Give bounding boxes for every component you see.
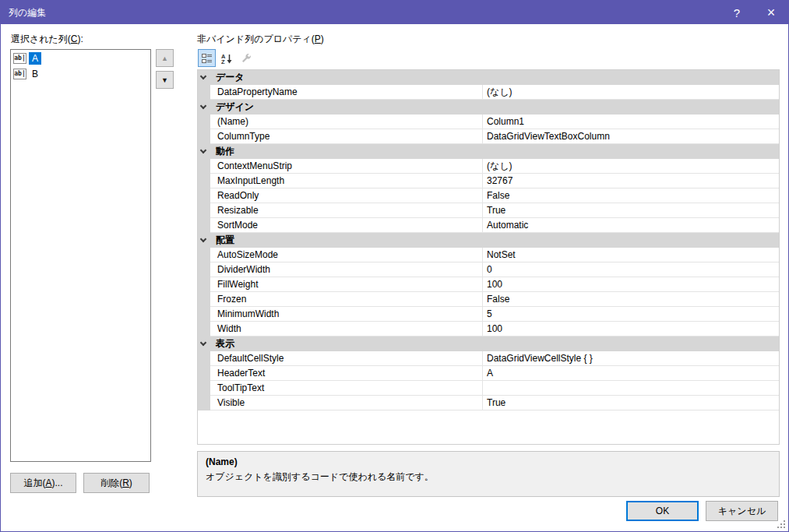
property-row[interactable]: DefaultCellStyleDataGridViewCellStyle { … (198, 351, 779, 366)
property-name-cell[interactable]: HeaderText (210, 366, 482, 381)
property-name-cell[interactable]: Resizable (210, 203, 482, 218)
alphabetical-sort-button[interactable]: A Z (217, 49, 235, 67)
row-strip (198, 396, 210, 410)
property-value-cell[interactable]: False (482, 292, 779, 307)
property-name-cell[interactable]: ReadOnly (210, 188, 482, 203)
category-row[interactable]: デザイン (198, 100, 779, 115)
categorized-view-button[interactable] (198, 49, 216, 67)
category-label: デザイン (210, 100, 254, 115)
property-row[interactable]: ContextMenuStrip(なし) (198, 159, 779, 174)
property-value-cell[interactable]: A (482, 366, 779, 381)
description-text: オブジェクトを識別するコードで使われる名前です。 (206, 470, 771, 484)
property-name-cell[interactable]: DefaultCellStyle (210, 351, 482, 366)
property-name-cell[interactable]: FillWeight (210, 277, 482, 292)
label-text: ): (78, 33, 83, 44)
property-name-cell[interactable]: Visible (210, 396, 482, 410)
category-row[interactable]: データ (198, 70, 779, 85)
property-value-cell[interactable]: 0 (482, 262, 779, 277)
property-value-cell[interactable]: True (482, 396, 779, 410)
property-name-cell[interactable]: DataPropertyName (210, 85, 482, 100)
property-row[interactable]: ToolTipText (198, 381, 779, 396)
property-row[interactable]: VisibleTrue (198, 396, 779, 410)
chevron-down-icon[interactable] (200, 103, 206, 109)
chevron-down-icon[interactable] (200, 147, 206, 153)
unbound-properties-label: 非バインド列のプロパティ(P) (197, 33, 324, 46)
move-down-button[interactable]: ▼ (156, 71, 174, 89)
button-text: )... (52, 477, 63, 488)
help-icon: ? (734, 6, 740, 19)
selected-columns-list[interactable]: ab|Aab|B (10, 49, 151, 462)
category-label: 動作 (210, 144, 234, 159)
property-value-cell[interactable]: Column1 (482, 115, 779, 129)
property-name-cell[interactable]: Width (210, 322, 482, 336)
property-value-cell[interactable] (482, 381, 779, 396)
label-accesskey: C (71, 33, 78, 44)
list-item[interactable]: ab|B (12, 66, 150, 82)
category-row[interactable]: 動作 (198, 144, 779, 159)
selected-columns-label: 選択された列(C): (11, 33, 83, 46)
titlebar[interactable]: 列の編集 ? × (1, 1, 788, 24)
button-text: キャンセル (718, 505, 766, 518)
property-row[interactable]: ReadOnlyFalse (198, 188, 779, 203)
property-name-cell[interactable]: MinimumWidth (210, 307, 482, 322)
property-row[interactable]: DataPropertyName(なし) (198, 85, 779, 100)
property-row[interactable]: MinimumWidth5 (198, 307, 779, 322)
property-row[interactable]: MaxInputLength32767 (198, 174, 779, 188)
property-row[interactable]: DividerWidth0 (198, 262, 779, 277)
button-text: 削除( (100, 477, 122, 490)
chevron-down-icon[interactable] (200, 236, 206, 242)
property-name-cell[interactable]: AutoSizeMode (210, 248, 482, 262)
wrench-icon (241, 53, 252, 64)
add-button[interactable]: 追加(A)... (10, 473, 76, 493)
property-pages-button[interactable] (237, 49, 255, 67)
property-name-cell[interactable]: MaxInputLength (210, 174, 482, 188)
chevron-down-icon[interactable] (200, 73, 206, 79)
property-row[interactable]: ColumnTypeDataGridViewTextBoxColumn (198, 129, 779, 144)
property-value-cell[interactable]: 100 (482, 322, 779, 336)
move-up-button[interactable]: ▲ (156, 49, 174, 67)
property-name-cell[interactable]: (Name) (210, 115, 482, 129)
close-icon: × (767, 5, 776, 21)
property-row[interactable]: (Name)Column1 (198, 115, 779, 129)
property-grid-rows[interactable]: データDataPropertyName(なし)デザイン(Name)Column1… (197, 69, 780, 445)
resize-grip[interactable] (777, 520, 785, 528)
list-item[interactable]: ab|A (12, 51, 150, 66)
property-row[interactable]: Width100 (198, 322, 779, 336)
property-row[interactable]: ResizableTrue (198, 203, 779, 218)
close-button[interactable]: × (754, 1, 788, 24)
ok-button[interactable]: OK (626, 501, 699, 521)
category-row[interactable]: 表示 (198, 336, 779, 351)
property-value-cell[interactable]: 32767 (482, 174, 779, 188)
category-row[interactable]: 配置 (198, 233, 779, 248)
property-value-cell[interactable]: True (482, 203, 779, 218)
property-value-cell[interactable]: Automatic (482, 218, 779, 233)
property-row[interactable]: FillWeight100 (198, 277, 779, 292)
cancel-button[interactable]: キャンセル (706, 501, 778, 521)
edit-columns-dialog: 列の編集 ? × 選択された列(C): ab|Aab|B ▲ ▼ 追加(A)..… (0, 0, 789, 532)
chevron-down-icon[interactable] (200, 340, 206, 346)
property-row[interactable]: SortModeAutomatic (198, 218, 779, 233)
alphabetical-sort-icon: A Z (221, 53, 232, 64)
textbox-column-icon: ab| (13, 69, 26, 79)
property-name-cell[interactable]: SortMode (210, 218, 482, 233)
property-name-cell[interactable]: Frozen (210, 292, 482, 307)
property-value-cell[interactable]: False (482, 188, 779, 203)
property-value-cell[interactable]: NotSet (482, 248, 779, 262)
help-button[interactable]: ? (720, 1, 754, 24)
property-name-cell[interactable]: ToolTipText (210, 381, 482, 396)
property-row[interactable]: FrozenFalse (198, 292, 779, 307)
property-value-cell[interactable]: (なし) (482, 159, 779, 174)
property-name-cell[interactable]: ContextMenuStrip (210, 159, 482, 174)
property-row[interactable]: AutoSizeModeNotSet (198, 248, 779, 262)
property-name-cell[interactable]: ColumnType (210, 129, 482, 144)
property-name-cell[interactable]: DividerWidth (210, 262, 482, 277)
row-strip (198, 85, 210, 100)
property-value-cell[interactable]: DataGridViewCellStyle { } (482, 351, 779, 366)
property-value-cell[interactable]: DataGridViewTextBoxColumn (482, 129, 779, 144)
property-row[interactable]: HeaderTextA (198, 366, 779, 381)
list-item-label: A (29, 52, 41, 65)
remove-button[interactable]: 削除(R) (83, 473, 150, 493)
property-value-cell[interactable]: (なし) (482, 85, 779, 100)
property-value-cell[interactable]: 100 (482, 277, 779, 292)
property-value-cell[interactable]: 5 (482, 307, 779, 322)
